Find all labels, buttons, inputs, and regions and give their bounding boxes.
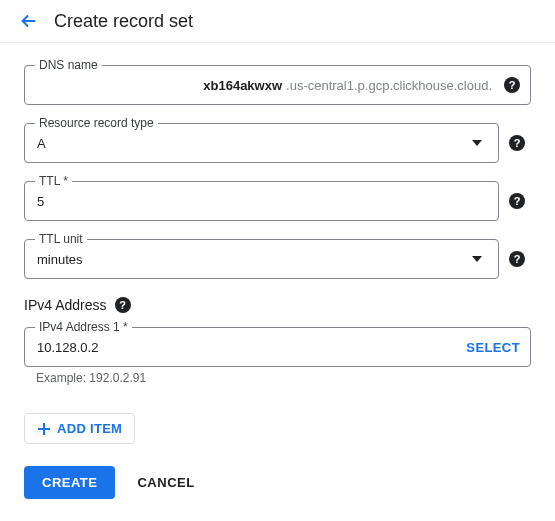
- help-icon[interactable]: ?: [509, 135, 525, 151]
- record-type-label: Resource record type: [35, 116, 158, 130]
- actions-row: CREATE CANCEL: [24, 466, 531, 499]
- ttl-unit-select[interactable]: TTL unit minutes: [24, 239, 499, 279]
- add-item-button[interactable]: ADD ITEM: [24, 413, 135, 444]
- dns-name-suffix: .us-central1.p.gcp.clickhouse.cloud.: [286, 78, 492, 93]
- ttl-input[interactable]: [37, 194, 488, 209]
- create-button[interactable]: CREATE: [24, 466, 115, 499]
- ipv4-address-1-wrap: IPv4 Address 1 * SELECT: [24, 327, 531, 367]
- chevron-down-icon: [472, 256, 482, 262]
- help-icon[interactable]: ?: [504, 77, 520, 93]
- help-icon[interactable]: ?: [509, 251, 525, 267]
- help-icon[interactable]: ?: [115, 297, 131, 313]
- ipv4-section-heading: IPv4 Address ?: [24, 297, 531, 313]
- page-title: Create record set: [54, 11, 193, 32]
- cancel-button[interactable]: CANCEL: [137, 475, 194, 490]
- ipv4-section-title: IPv4 Address: [24, 297, 107, 313]
- record-type-value: A: [37, 136, 46, 151]
- ttl-field[interactable]: TTL *: [24, 181, 499, 221]
- ttl-unit-field-wrap: TTL unit minutes ?: [24, 239, 499, 279]
- form-area: DNS name xb164akwxw .us-central1.p.gcp.c…: [0, 43, 555, 517]
- ipv4-address-1-label: IPv4 Address 1 *: [35, 320, 132, 334]
- ttl-unit-label: TTL unit: [35, 232, 87, 246]
- record-type-field-wrap: Resource record type A ?: [24, 123, 499, 163]
- ipv4-select-button[interactable]: SELECT: [466, 340, 520, 355]
- chevron-down-icon: [472, 140, 482, 146]
- ipv4-address-group: IPv4 Address 1 * SELECT Example: 192.0.2…: [24, 327, 531, 385]
- dns-name-field-wrap: DNS name xb164akwxw .us-central1.p.gcp.c…: [24, 65, 531, 105]
- ipv4-hint: Example: 192.0.2.91: [36, 371, 531, 385]
- dns-name-value: xb164akwxw: [203, 78, 282, 93]
- add-item-label: ADD ITEM: [57, 421, 122, 436]
- ttl-unit-value: minutes: [37, 252, 83, 267]
- page-header: Create record set: [0, 0, 555, 43]
- dns-name-label: DNS name: [35, 58, 102, 72]
- plus-icon: [37, 422, 51, 436]
- record-type-select[interactable]: Resource record type A: [24, 123, 499, 163]
- dns-name-field[interactable]: DNS name xb164akwxw .us-central1.p.gcp.c…: [24, 65, 531, 105]
- help-icon[interactable]: ?: [509, 193, 525, 209]
- ttl-label: TTL *: [35, 174, 72, 188]
- ttl-field-wrap: TTL * ?: [24, 181, 499, 221]
- ipv4-address-1-input[interactable]: [37, 340, 458, 355]
- ipv4-address-1-field[interactable]: IPv4 Address 1 * SELECT: [24, 327, 531, 367]
- back-arrow-icon[interactable]: [18, 10, 40, 32]
